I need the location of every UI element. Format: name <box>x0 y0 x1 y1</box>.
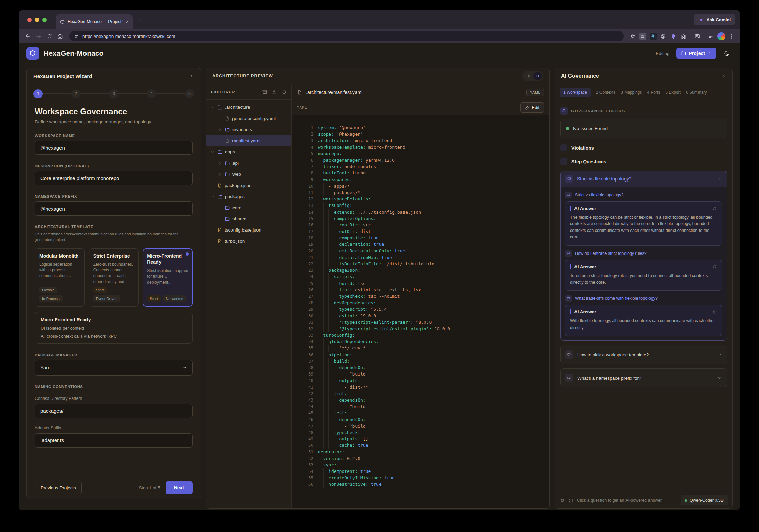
menu-dots-icon[interactable] <box>727 31 736 41</box>
wizard-step-5[interactable]: 5 <box>185 89 194 98</box>
chevron-right-icon[interactable] <box>721 74 726 79</box>
question-row[interactable]: Strict vs flexible topology? <box>565 192 722 198</box>
violations-section[interactable]: Violations <box>560 144 727 151</box>
profile-avatar[interactable] <box>717 32 725 40</box>
react-extension-icon[interactable] <box>650 33 657 40</box>
close-window-button[interactable] <box>27 18 32 22</box>
model-badge[interactable]: Qwen-Coder 0.5B <box>681 495 728 505</box>
chevron-down-icon[interactable] <box>210 150 215 154</box>
question-row[interactable]: What trade-offs come with flexible topol… <box>565 295 722 302</box>
collapse-panel-icon[interactable] <box>189 74 194 79</box>
project-button[interactable]: Project <box>676 48 716 59</box>
file-tree-item[interactable]: generator.config.yaml <box>206 113 291 124</box>
edit-button[interactable]: Edit <box>520 102 544 113</box>
description-input[interactable] <box>35 171 193 185</box>
chevron-right-icon[interactable] <box>218 161 222 165</box>
panel-resize-handle[interactable] <box>558 282 561 288</box>
back-icon[interactable] <box>23 31 33 41</box>
previous-projects-button[interactable]: Previous Projects <box>35 481 82 494</box>
wizard-step-4[interactable]: 4 <box>147 89 156 98</box>
camera-extension-icon[interactable] <box>639 33 646 40</box>
question-card[interactable]: What's a namespace prefix for? <box>560 368 727 387</box>
code-editor[interactable]: 1system: '@hexagen'2scope: '@hexagen'3ar… <box>292 115 549 508</box>
tab-contexts[interactable]: 2 Contexts <box>596 90 615 95</box>
template-card[interactable]: Strict EnterpriseZero-trust boundaries. … <box>89 248 139 307</box>
site-settings-icon[interactable] <box>74 34 79 39</box>
home-icon[interactable] <box>55 31 65 41</box>
wizard-step-3[interactable]: 3 <box>109 89 118 98</box>
archive-icon[interactable] <box>262 89 267 95</box>
code-line: 25build: tsc <box>292 280 549 287</box>
tab-export[interactable]: 5 Export <box>665 90 681 95</box>
package-manager-select[interactable]: Yarn <box>35 360 193 376</box>
minimize-window-button[interactable] <box>35 18 39 22</box>
panel-resize-handle[interactable] <box>201 282 204 288</box>
template-card[interactable]: Modular MonolithLogical separation with … <box>35 248 85 307</box>
theme-toggle-button[interactable] <box>721 48 732 59</box>
code-line: 47- ^build <box>292 423 549 429</box>
chevron-down-icon[interactable] <box>210 195 215 199</box>
chevron-right-icon[interactable] <box>218 172 222 176</box>
refresh-icon[interactable] <box>712 206 717 211</box>
file-tree-item[interactable]: core <box>206 202 291 213</box>
tab-close-icon[interactable] <box>125 20 129 24</box>
file-tree-item[interactable]: tsconfig.base.json <box>206 224 291 236</box>
reload-icon[interactable] <box>44 31 54 41</box>
chevron-right-icon[interactable] <box>218 128 222 132</box>
workspace-name-input[interactable] <box>35 141 193 155</box>
file-icon <box>225 116 230 121</box>
file-tree-item[interactable]: shared <box>206 213 291 224</box>
file-tree-item[interactable]: apps <box>206 146 291 158</box>
url-bar[interactable]: https://hexagen-monaco.martinkrakowski.c… <box>69 31 624 41</box>
gem-extension-icon[interactable] <box>668 31 678 41</box>
tab-ports[interactable]: 4 Ports <box>647 90 660 95</box>
adapter-suffix-input[interactable] <box>35 433 193 448</box>
chevron-down-icon[interactable] <box>210 105 215 110</box>
chevron-right-icon[interactable] <box>218 206 222 210</box>
file-tree-item[interactable]: .architecture <box>206 102 291 113</box>
file-tree-item[interactable]: api <box>206 158 291 169</box>
template-card[interactable]: Micro-Frontend ReadyStrict isolation map… <box>143 248 193 307</box>
download-icon[interactable] <box>272 89 277 95</box>
tab-workspace[interactable]: 1 Workspace <box>560 88 591 97</box>
context-dir-input[interactable] <box>35 404 193 418</box>
expanded-question-header[interactable]: Strict vs flexible topology? <box>561 171 727 187</box>
reading-list-icon[interactable] <box>706 31 716 41</box>
maximize-window-button[interactable] <box>42 18 47 22</box>
next-button[interactable]: Next <box>166 481 193 494</box>
refresh-icon[interactable] <box>281 89 287 95</box>
code-line: 31'@typescript-eslint/parser': ^8.0.0 <box>292 319 549 325</box>
diagram-view-button[interactable] <box>524 72 533 80</box>
tab-mappings[interactable]: 3 Mappings <box>621 90 642 95</box>
refresh-icon[interactable] <box>712 310 717 314</box>
file-tree-item[interactable]: turbo.json <box>206 236 291 247</box>
side-panel-search-icon[interactable] <box>692 31 702 41</box>
step-questions-section[interactable]: Step Questions <box>560 158 727 165</box>
forward-icon[interactable] <box>33 31 44 41</box>
chevron-right-icon[interactable] <box>218 217 222 221</box>
bookmark-star-icon[interactable] <box>628 31 637 41</box>
file-tree-item[interactable]: invariants <box>206 124 291 135</box>
file-tree-item[interactable]: web <box>206 169 291 180</box>
json-file-icon <box>217 183 222 188</box>
new-tab-button[interactable] <box>138 18 143 23</box>
wizard-step-1[interactable]: 1 <box>33 89 43 98</box>
refresh-icon[interactable] <box>712 264 717 269</box>
target-extension-icon[interactable] <box>658 31 668 41</box>
browser-tab[interactable]: HexaGen Monaco — Project W <box>56 14 133 29</box>
question-card[interactable]: How to pick a workspace template? <box>560 345 727 364</box>
extensions-puzzle-icon[interactable] <box>679 31 688 41</box>
wizard-step-2[interactable]: 2 <box>71 89 80 98</box>
chat-icon <box>565 374 573 382</box>
question-row[interactable]: How do I enforce strict topology rules? <box>565 250 722 257</box>
file-tree-item[interactable]: package.json <box>206 180 291 191</box>
namespace-prefix-input[interactable] <box>35 201 193 216</box>
governance-checks-label: GOVERNANCE CHECKS <box>571 109 625 113</box>
file-tree-item[interactable]: manifest.yaml <box>206 135 291 146</box>
code-line: 34globalDependencies: <box>292 338 549 345</box>
chip-icon[interactable] <box>560 498 565 503</box>
code-view-button[interactable] <box>533 72 542 80</box>
tab-summary[interactable]: 6 Summary <box>686 90 707 95</box>
file-tree-item[interactable]: packages <box>206 191 291 202</box>
ask-gemini-button[interactable]: Ask Gemini <box>694 14 735 25</box>
